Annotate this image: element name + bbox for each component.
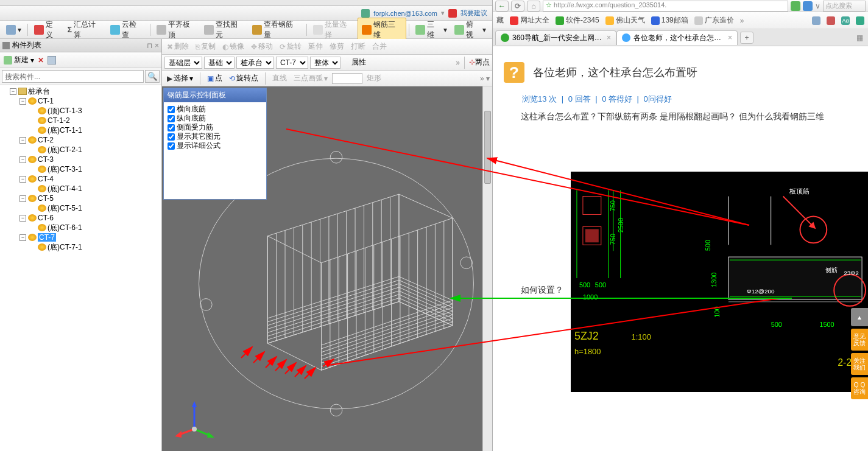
tree-child[interactable]: (底)CT-4-1 (1, 184, 160, 194)
arc3-button[interactable]: 三点画弧▾ (291, 72, 330, 84)
copy-icon[interactable] (48, 56, 56, 65)
iso-button[interactable]: 俯视▾ (451, 18, 490, 41)
tree-child[interactable]: (顶)CT-1-3 (1, 106, 160, 116)
twopt-button[interactable]: ⊹两点 (469, 57, 490, 68)
move-button[interactable]: ✥移动 (249, 41, 275, 52)
tree-child[interactable]: (底)CT-1-1 (1, 125, 160, 135)
viewport-scrollbar[interactable] (482, 86, 492, 451)
cloudcheck-button[interactable]: 云检查 (107, 18, 147, 41)
collapse-icon[interactable]: − (19, 176, 26, 183)
point-button[interactable]: ▣点 (205, 72, 225, 84)
value-input[interactable] (332, 73, 362, 84)
follow-button[interactable]: 关注 我们 (851, 353, 868, 375)
tab-360nav[interactable]: 360导航_新一代安全上网导航 × (495, 30, 616, 45)
panel-close-icon[interactable]: × (155, 41, 159, 50)
delete-icon[interactable]: ✕ (38, 56, 44, 65)
rebar3d-button[interactable]: 钢筋三维 (358, 18, 407, 42)
feedback-button[interactable]: 意见 反馈 (851, 329, 868, 351)
copy-button[interactable]: ⎘复制 (193, 41, 218, 52)
tree-item[interactable]: −CT-5 (1, 194, 160, 203)
rotate-button[interactable]: ⟳旋转 (277, 41, 304, 52)
tree-item[interactable]: −CT-2 (1, 135, 160, 145)
flatroof-button[interactable]: 平齐板顶 (153, 18, 201, 41)
viewrebar-button[interactable]: 查看钢筋量 (249, 18, 304, 41)
tree-child[interactable]: (底)CT-5-1 (1, 203, 160, 213)
sumcalc-button[interactable]: Σ汇总计算 (64, 18, 107, 41)
bm-price[interactable]: 广东造价 (694, 15, 734, 26)
tab-question[interactable]: 各位老师，这个柱承台怎么布置 × (616, 30, 738, 45)
search-input[interactable] (2, 70, 144, 83)
dropdown-icon[interactable]: ∨ (815, 2, 820, 10)
rebar-option[interactable]: 显示详细公式 (168, 141, 263, 150)
collapse-icon[interactable]: − (10, 88, 16, 95)
tab-close-icon[interactable]: × (607, 33, 611, 42)
component-tree[interactable]: − 桩承台 −CT-1(顶)CT-1-3CT-1-2(底)CT-1-1−CT-2… (0, 85, 161, 451)
findunit-button[interactable]: 查找图元 (200, 18, 249, 41)
collapse-icon[interactable]: − (19, 195, 26, 202)
cap-select[interactable]: 桩承台 (236, 57, 274, 69)
mirror-button[interactable]: ◐镜像 (220, 41, 247, 52)
search-button[interactable]: 🔍 (145, 70, 160, 83)
delete-button[interactable]: ✖删除 (164, 41, 191, 52)
scroll-top-button[interactable]: ▲ (851, 308, 868, 326)
rebar-control-panel[interactable]: 钢筋显示控制面板 横向底筋纵向底筋侧面受力筋显示其它图元显示详细公式 (163, 88, 267, 200)
overflow2-icon[interactable]: » ▾ (480, 74, 490, 83)
3d-button[interactable]: 三维▾ (412, 18, 451, 41)
suggest-link[interactable]: 我要建议 (460, 9, 487, 18)
tree-child[interactable]: CT-1-2 (1, 116, 160, 125)
ext2-icon[interactable] (803, 1, 813, 11)
rotpt-button[interactable]: ⟲旋转点 (227, 72, 261, 84)
axis-gizmo[interactable] (173, 399, 216, 441)
qq-button[interactable]: Q Q 咨询 (851, 377, 868, 399)
tree-root[interactable]: − 桩承台 (1, 86, 160, 96)
extend-button[interactable]: 延伸 (306, 41, 325, 52)
ad-icon[interactable]: Aα (841, 16, 850, 25)
rebar-checkbox[interactable] (168, 115, 175, 122)
break-button[interactable]: 打断 (348, 41, 368, 52)
dl-icon[interactable] (856, 16, 864, 25)
history-back-button[interactable]: ▾ (2, 24, 25, 36)
collapse-icon[interactable]: − (19, 137, 26, 144)
rebar-checkbox[interactable] (168, 142, 175, 150)
join-button[interactable]: 合并 (370, 41, 389, 52)
grid-icon[interactable] (812, 16, 820, 25)
bm-mail[interactable]: 139邮箱 (651, 15, 688, 26)
tree-item[interactable]: −CT-1 (1, 96, 160, 106)
tree-child[interactable]: (底)CT-7-1 (1, 242, 160, 252)
pin-icon[interactable] (2, 42, 10, 49)
bm-all[interactable]: 网址大全 (510, 15, 549, 26)
new-tab-button[interactable]: + (740, 32, 753, 44)
bm-weather[interactable]: 佛山天气 (605, 15, 645, 26)
level-select[interactable]: 基础层 (164, 57, 202, 69)
new-button[interactable]: 新建▾ (4, 55, 34, 65)
tab-close-icon[interactable]: × (728, 33, 732, 42)
collapse-icon[interactable]: − (19, 98, 26, 105)
tree-child[interactable]: (底)CT-6-1 (1, 223, 160, 232)
3d-viewport[interactable]: 钢筋显示控制面板 横向底筋纵向底筋侧面受力筋显示其它图元显示详细公式 (162, 86, 492, 451)
rebar-option[interactable]: 显示其它图元 (168, 132, 263, 141)
collapse-icon[interactable]: − (19, 156, 26, 163)
overflow-icon[interactable]: » (456, 58, 460, 67)
trim-button[interactable]: 修剪 (327, 41, 347, 52)
home-button[interactable]: ⌂ (527, 1, 540, 12)
batchsel-button[interactable]: 批量选择 (309, 18, 358, 41)
rebar-checkbox[interactable] (168, 124, 175, 131)
collapse-icon[interactable]: − (19, 215, 26, 222)
panel-pin-icon[interactable]: ⊓ (147, 41, 152, 50)
tree-item[interactable]: −CT-6 (1, 213, 160, 223)
back-button[interactable]: ← (495, 1, 509, 12)
rebar-option[interactable]: 纵向底筋 (168, 114, 263, 123)
rebar-checkbox[interactable] (168, 133, 175, 141)
rebar-checkbox[interactable] (168, 106, 175, 113)
address-bar[interactable]: ☆ http://e.fwxgx.com/question_2035014. (543, 1, 788, 12)
tree-item[interactable]: −CT-3 (1, 155, 160, 164)
floor-select[interactable]: 基础 (204, 57, 235, 69)
bm-more[interactable]: » (740, 16, 744, 25)
bm-soft[interactable]: 软件-2345 (556, 15, 599, 26)
line-button[interactable]: 直线 (270, 72, 289, 84)
ext1-icon[interactable] (791, 1, 800, 11)
tree-item[interactable]: −CT-4 (1, 174, 160, 184)
tree-child[interactable]: (底)CT-2-1 (1, 145, 160, 155)
select-button[interactable]: ▶选择▾ (164, 72, 196, 84)
email-link[interactable]: forpk.chen@163.com (373, 10, 437, 17)
